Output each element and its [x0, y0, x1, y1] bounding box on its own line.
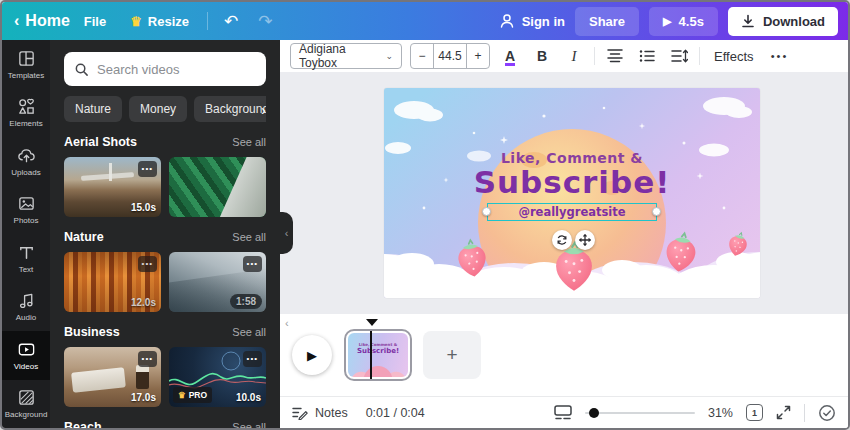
text-color-button[interactable]: A	[498, 43, 522, 69]
see-all-link[interactable]: See all	[232, 326, 266, 338]
font-family-select[interactable]: Adigiana Toybox ⌄	[290, 43, 402, 69]
sidebar-item-videos[interactable]: Videos	[2, 331, 50, 380]
timeline-scroll-left-icon[interactable]: ‹	[285, 317, 289, 329]
timeline-play-button[interactable]: ▶	[292, 335, 332, 375]
design-page[interactable]	[384, 88, 760, 298]
redo-button-disabled: ↷	[248, 11, 282, 31]
bridge-aerial-video[interactable]: ••• 15.0s	[64, 157, 161, 217]
upload-cloud-icon	[17, 146, 36, 165]
move-icon	[579, 234, 591, 246]
sign-in-button[interactable]: Sign in	[499, 13, 565, 29]
playhead-line[interactable]	[370, 331, 372, 379]
autumn-forest-video[interactable]: ••• 12.0s	[64, 252, 161, 312]
thumb-menu-icon[interactable]: •••	[243, 256, 262, 272]
see-all-link[interactable]: See all	[232, 231, 266, 243]
status-bar: Notes 0:01 / 0:04 31% 1	[280, 396, 848, 428]
thumb-menu-icon[interactable]: •••	[138, 351, 157, 367]
timeline-view-icon	[554, 405, 572, 420]
see-all-link[interactable]: See all	[232, 136, 266, 148]
canvas-workspace: Like, Comment & Subscribe! @reallygreats…	[280, 72, 848, 314]
foggy-mountains-video[interactable]: ••• 1:58	[169, 252, 266, 312]
effects-button[interactable]: Effects	[708, 49, 760, 64]
chevron-left-icon: ‹	[14, 12, 19, 30]
tech-chart-video[interactable]: ••• ♛ PRO 10.0s	[169, 347, 266, 407]
section-header-aerial-shots: Aerial Shots See all	[64, 135, 266, 149]
sidebar-item-text[interactable]: Text	[2, 234, 50, 283]
text-format-toolbar: Adigiana Toybox ⌄ − 44.5 + A B I	[280, 40, 848, 72]
download-button[interactable]: Download	[728, 7, 838, 36]
background-icon	[17, 388, 36, 407]
photo-icon	[17, 194, 36, 213]
font-size-decrease-button[interactable]: −	[411, 44, 433, 68]
sidebar-item-photos[interactable]: Photos	[2, 186, 50, 235]
bullet-list-button[interactable]	[635, 43, 659, 69]
preview-play-button[interactable]: ▶ 4.5s	[649, 7, 718, 36]
templates-icon	[17, 49, 36, 68]
video-duration: 10.0s	[236, 392, 261, 403]
thumb-menu-icon[interactable]: •••	[243, 161, 262, 177]
thumb-menu-icon[interactable]: •••	[138, 161, 157, 177]
chips-scroll-right-icon[interactable]: ›	[261, 101, 266, 118]
check-circle-icon	[818, 404, 836, 422]
add-page-button[interactable]: +	[423, 331, 481, 379]
sidebar-item-templates[interactable]: Templates	[2, 40, 50, 89]
page-indicator[interactable]: 1	[746, 404, 763, 421]
more-options-button[interactable]: •••	[768, 43, 792, 69]
chip-background[interactable]: Background	[194, 96, 266, 122]
selected-text-element[interactable]: @reallygreatsite	[487, 203, 657, 221]
font-size-increase-button[interactable]: +	[467, 44, 489, 68]
zoom-slider-knob[interactable]	[589, 408, 599, 418]
fullscreen-button[interactable]	[776, 405, 791, 420]
thumb-menu-icon[interactable]: •••	[138, 256, 157, 272]
panel-collapse-button[interactable]: ‹	[280, 212, 293, 254]
move-button[interactable]	[575, 230, 595, 250]
font-name: Adigiana Toybox	[299, 42, 385, 70]
italic-button[interactable]: I	[562, 43, 586, 69]
video-duration: 15.0s	[131, 202, 156, 213]
notes-button[interactable]: Notes	[292, 406, 348, 420]
sidebar-item-uploads[interactable]: Uploads	[2, 137, 50, 186]
search-input[interactable]: Search videos	[64, 52, 266, 86]
rotate-button[interactable]	[552, 230, 572, 250]
line-spacing-icon	[671, 49, 688, 63]
see-all-link[interactable]: See all	[232, 421, 266, 428]
text-align-button[interactable]	[603, 43, 627, 69]
pro-badge: ♛ PRO	[173, 387, 212, 403]
zoom-slider-track	[585, 412, 695, 414]
section-header-nature: Nature See all	[64, 230, 266, 244]
section-title: Aerial Shots	[64, 135, 137, 149]
zoom-slider[interactable]	[585, 406, 695, 420]
undo-button[interactable]: ↶	[214, 11, 248, 31]
farmland-aerial-video[interactable]: ••• 10.0s	[169, 157, 266, 217]
font-size-value[interactable]: 44.5	[433, 44, 467, 68]
toolbar-divider	[699, 47, 700, 65]
clip-thumbnail: Like, Comment & Subscribe!	[348, 333, 408, 377]
bold-button[interactable]: B	[530, 43, 554, 69]
section-title: Nature	[64, 230, 104, 244]
thumb-menu-icon[interactable]: •••	[243, 351, 262, 367]
playhead-marker-icon[interactable]	[366, 319, 378, 326]
line-spacing-button[interactable]	[667, 43, 691, 69]
sidebar-item-audio[interactable]: Audio	[2, 283, 50, 332]
typing-keyboard-video[interactable]: ••• 17.0s	[64, 347, 161, 407]
sidebar-item-elements[interactable]: Elements	[2, 89, 50, 138]
file-menu-button[interactable]: File	[72, 14, 118, 29]
chip-nature[interactable]: Nature	[64, 96, 122, 122]
sidebar-item-background[interactable]: Background	[2, 380, 50, 429]
share-button[interactable]: Share	[575, 7, 639, 36]
topbar-right-group: Sign in Share ▶ 4.5s Download	[499, 7, 848, 36]
text-color-icon: A	[505, 47, 515, 66]
videos-panel: Search videos Nature Money Background Wa…	[50, 40, 280, 428]
timeline-view-toggle[interactable]	[554, 405, 572, 420]
saved-status-button[interactable]	[818, 404, 836, 422]
timeline-clip-selected[interactable]: Like, Comment & Subscribe!	[344, 329, 412, 381]
statusbar-right-group: 31% 1	[554, 404, 836, 422]
selection-resize-handle-left[interactable]	[482, 207, 491, 216]
top-navigation-bar: ‹ Home File ♛ Resize ↶ ↷ Sign in Share	[2, 2, 848, 40]
zoom-percentage: 31%	[708, 406, 733, 420]
back-home-button[interactable]: ‹ Home	[2, 12, 72, 30]
align-center-icon	[607, 49, 623, 63]
resize-button[interactable]: ♛ Resize	[118, 14, 201, 29]
selection-resize-handle-right[interactable]	[652, 207, 661, 216]
chip-money[interactable]: Money	[129, 96, 187, 122]
